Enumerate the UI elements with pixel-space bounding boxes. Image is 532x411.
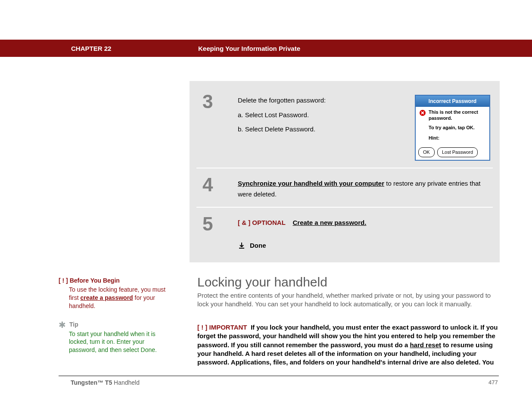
important-block: [ ! ] IMPORTANT If you lock your handhel…: [197, 323, 499, 367]
step-4: 4 Synchronize your handheld with your co…: [196, 171, 493, 204]
chapter-title: Keeping Your Information Private: [198, 45, 300, 52]
dialog-message: This is not the correct password.: [429, 109, 486, 121]
dialog-hint: Hint:: [429, 134, 486, 142]
header-bar: CHAPTER 22 Keeping Your Information Priv…: [0, 40, 532, 57]
dialog-retry: To try again, tap OK.: [429, 124, 486, 132]
step3-b: b. Select Delete Password.: [238, 124, 406, 135]
step-number: 4: [199, 175, 238, 194]
before-you-begin: [ ! ] Before You Begin To use the lockin…: [59, 277, 171, 310]
tip-label: Tip: [69, 321, 78, 329]
hard-reset-link[interactable]: hard reset: [410, 341, 441, 349]
step3-a: a. Select Lost Password.: [238, 109, 406, 121]
page-number: 477: [488, 379, 498, 386]
step-divider: [196, 168, 493, 168]
step3-intro: Delete the forgotten password:: [238, 95, 406, 106]
sidebar: [ ! ] Before You Begin To use the lockin…: [59, 277, 171, 354]
step-3: 3 Delete the forgotten password: a. Sele…: [196, 88, 493, 165]
incorrect-password-dialog: Incorrect Password This is not the corre…: [415, 95, 490, 161]
step-number: 5: [199, 215, 238, 234]
dialog-ok-button[interactable]: OK: [418, 147, 435, 157]
error-icon: [419, 109, 426, 116]
dialog-title: Incorrect Password: [416, 96, 489, 107]
footer-product-rest: Handheld: [112, 379, 140, 386]
steps-container: 3 Delete the forgotten password: a. Sele…: [190, 81, 500, 262]
done-label: Done: [250, 240, 266, 251]
chapter-label: CHAPTER 22: [71, 45, 111, 52]
step-5: 5 [ & ] OPTIONAL Create a new password. …: [196, 210, 493, 255]
footer-product-bold: Tungsten™ T5: [71, 379, 112, 386]
optional-marker: [ & ] OPTIONAL: [238, 219, 286, 226]
dialog-lost-password-button[interactable]: Lost Password: [437, 147, 478, 157]
done-arrow-icon: [238, 242, 246, 249]
intro-paragraph: Protect the entire contents of your hand…: [197, 291, 496, 309]
step-number: 3: [199, 92, 238, 111]
step4-link[interactable]: Synchronize your handheld with your comp…: [238, 180, 384, 187]
create-password-link-sidebar[interactable]: create a password: [80, 294, 133, 301]
asterisk-icon: ✱: [59, 321, 66, 329]
important-marker: [ ! ] IMPORTANT: [197, 324, 247, 331]
tip-block: ✱ Tip To start your handheld when it is …: [59, 321, 171, 355]
byb-marker: [ ! ]: [59, 277, 68, 284]
section-heading: Locking your handheld: [197, 275, 327, 290]
step-divider: [196, 207, 493, 208]
footer-rule: [59, 376, 499, 376]
byb-title: Before You Begin: [70, 277, 120, 284]
tip-body: To start your handheld when it is locked…: [69, 330, 171, 355]
footer-product: Tungsten™ T5 Handheld: [71, 379, 140, 386]
create-password-link[interactable]: Create a new password.: [293, 219, 367, 226]
